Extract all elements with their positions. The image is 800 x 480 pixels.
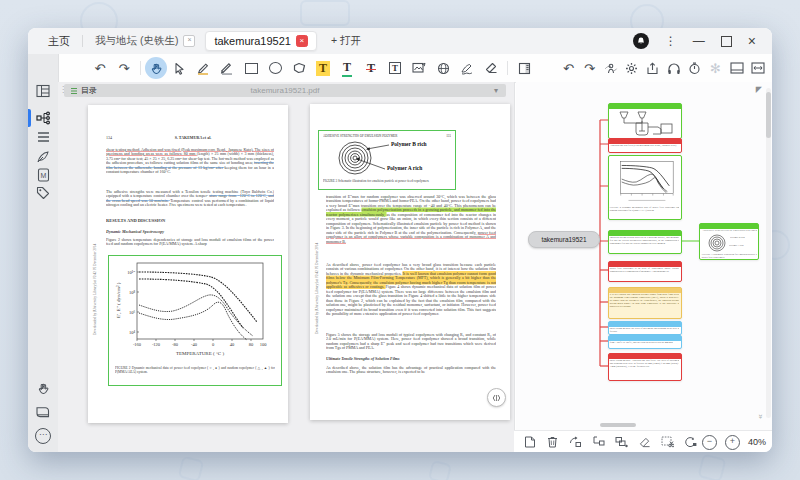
presentation-mode-button[interactable] xyxy=(600,57,621,79)
mindmap-vertical-scrollbar[interactable] xyxy=(766,88,771,418)
insert-image-button[interactable] xyxy=(407,57,431,79)
sidebar-active-indicator xyxy=(28,109,31,127)
document-header-bar[interactable]: 目录 takemura19521.pdf ▾ xyxy=(64,84,506,97)
close-active-tab-icon[interactable]: × xyxy=(296,35,308,47)
desktop-watermark xyxy=(300,0,350,26)
text-underline-tool-button[interactable]: T xyxy=(335,57,359,79)
figure-2-selection[interactable]: 10¹⁰ 10⁸ 10⁶ 10⁴ -160 -120 -80 -40 0 40 xyxy=(108,255,282,386)
sidebar-item-thumbnails[interactable] xyxy=(35,83,51,99)
relayout-button[interactable] xyxy=(679,433,702,451)
node-text: emulsion polymerization proceeds in a gr… xyxy=(609,236,679,245)
annotation-panel-button[interactable] xyxy=(512,57,536,79)
rectangle-tool-button[interactable] xyxy=(239,57,263,79)
settings-button[interactable] xyxy=(621,57,642,79)
node-text: power feed copolymer is an alloy of copo… xyxy=(609,267,679,273)
mini-onion-figure xyxy=(706,234,728,252)
mindmap-undo-button[interactable]: ↶ xyxy=(558,57,579,79)
sidebar-item-markdown[interactable]: M xyxy=(35,167,51,183)
mindmap-node-yellow[interactable]: It is well known that emulsion polymer c… xyxy=(608,287,682,319)
desktop-watermark xyxy=(697,453,726,480)
redo-button[interactable]: ↷ xyxy=(112,57,136,79)
scrollbar-thumb[interactable] xyxy=(600,423,636,427)
sidebar-item-annotations-list[interactable] xyxy=(35,129,51,145)
mindmap-node-diagram[interactable] xyxy=(608,103,682,139)
panel-divider[interactable] xyxy=(514,82,515,452)
sidebar-item-mindmap[interactable] xyxy=(35,110,51,126)
fit-width-button[interactable] xyxy=(747,57,768,79)
notification-button[interactable] xyxy=(633,33,649,49)
mindmap-node-blue[interactable]: shear testing method: the sizes of speci… xyxy=(608,321,682,335)
text-highlight-tool-button[interactable]: T xyxy=(311,57,335,79)
collapse-panel-button[interactable] xyxy=(487,388,506,407)
signature-tool-button[interactable] xyxy=(455,57,479,79)
insert-parent-node-button[interactable] xyxy=(564,433,587,451)
sidebar-item-notes[interactable] xyxy=(35,149,51,165)
mindmap-node-blue[interactable]: from −120°C to 120°C, and the cross head… xyxy=(608,335,682,349)
maximize-button[interactable] xyxy=(721,36,732,47)
figure-3-selection[interactable]: ADHESIVE STRENGTHS OF EMULSION POLYMER 1… xyxy=(318,130,456,190)
tab-home[interactable]: 主页 xyxy=(48,34,70,49)
minimize-button[interactable]: — xyxy=(693,35,705,47)
zoom-out-button[interactable]: − xyxy=(702,435,717,450)
cut-region-button[interactable] xyxy=(656,433,679,451)
pen-tool-button[interactable] xyxy=(215,57,239,79)
node-text: It is well known that emulsion polymer c… xyxy=(609,293,679,308)
highlighter-tool-button[interactable] xyxy=(191,57,215,79)
mindmap-horizontal-scrollbar[interactable] xyxy=(520,423,764,427)
text-box-tool-button[interactable]: T xyxy=(383,57,407,79)
undo-icon: ↶ xyxy=(95,62,106,75)
delete-node-button[interactable] xyxy=(541,433,564,451)
mindmap-node-onion-figure[interactable]: ADHESIVE STRENGTHS OF EMULSION POLYMER P… xyxy=(699,223,759,260)
scrollbar-thumb[interactable] xyxy=(766,92,771,138)
close-window-button[interactable]: × xyxy=(748,34,756,48)
timer-button[interactable] xyxy=(684,57,705,79)
text-strikethrough-icon: T xyxy=(367,61,375,76)
sidebar-item-tags[interactable] xyxy=(35,185,51,201)
zoom-in-button[interactable]: + xyxy=(725,435,740,450)
mindmap-fold-icon[interactable]: » xyxy=(755,414,764,418)
svg-text:M: M xyxy=(40,172,46,179)
polygon-tool-button[interactable] xyxy=(287,57,311,79)
open-file-button[interactable]: + 打开 xyxy=(331,34,361,48)
apparatus-diagram xyxy=(612,110,678,136)
merge-nodes-button[interactable] xyxy=(610,433,633,451)
sidebar-item-reading-mode[interactable] xyxy=(35,404,51,420)
select-tool-button[interactable] xyxy=(167,57,191,79)
mindmap-bottom-toolbar: − + 40% xyxy=(514,430,772,452)
mindmap-locate-icon[interactable]: ◤ xyxy=(756,85,762,94)
mindmap-redo-button[interactable]: ↷ xyxy=(579,57,600,79)
ellipse-tool-button[interactable] xyxy=(263,57,287,79)
split-layout-button[interactable] xyxy=(726,57,747,79)
node-text: ADHESIVE STRENGTHS OF EMULSION POLYMER xyxy=(701,229,757,233)
new-node-button[interactable] xyxy=(518,433,541,451)
node-text: Polymer B rich xyxy=(730,236,758,239)
tab-document-1[interactable]: 我与地坛 (史铁生) × xyxy=(95,34,195,48)
tab-document-2-active[interactable]: takemura19521 × xyxy=(205,31,316,51)
hand-tool-button[interactable] xyxy=(145,57,167,79)
mindmap-node-red[interactable]: shear testing method. Adhesion and was f… xyxy=(608,353,682,381)
menu-kebab-button[interactable]: ⋮ xyxy=(665,34,677,48)
close-tab-icon[interactable]: × xyxy=(183,35,195,47)
mindmap-node-red[interactable]: Adhesion and was fixed (Peak maximum cor… xyxy=(608,138,682,153)
audio-read-button[interactable] xyxy=(663,57,684,79)
insert-child-node-button[interactable] xyxy=(587,433,610,451)
pdf-viewer: ⋮⋮ 目录 takemura19521.pdf ▾ Downloaded by … xyxy=(58,82,514,452)
sidebar-item-hand-mode[interactable] xyxy=(35,380,51,396)
mindmap-node-red[interactable]: power feed copolymer is an alloy of copo… xyxy=(608,261,682,282)
mindmap-root-node[interactable]: takemura19521 xyxy=(528,231,600,248)
mindmap-node-green-text[interactable]: emulsion polymerization proceeds in a gr… xyxy=(608,230,682,254)
paragraph: As described above, the solution film ha… xyxy=(326,365,496,374)
mindmap-node-chart[interactable]: FIGURE 2 Dynamic mechanical data of powe… xyxy=(608,155,682,220)
pdf-page-135[interactable]: Downloaded by [University Library] at 02… xyxy=(310,104,510,420)
text-strikethrough-tool-button[interactable]: T xyxy=(359,57,383,79)
erase-style-button[interactable] xyxy=(633,433,656,451)
eraser-tool-button[interactable] xyxy=(479,57,503,79)
undo-button[interactable]: ↶ xyxy=(88,57,112,79)
export-share-button[interactable] xyxy=(642,57,663,79)
grid-view-button[interactable] xyxy=(768,57,772,79)
web-link-button[interactable] xyxy=(431,57,455,79)
sidebar-item-more[interactable]: ⋯ xyxy=(35,428,51,444)
timer-icon xyxy=(688,62,701,75)
pdf-page-134[interactable]: Downloaded by [University Library] at 02… xyxy=(88,105,288,423)
merge-icon xyxy=(615,436,628,448)
